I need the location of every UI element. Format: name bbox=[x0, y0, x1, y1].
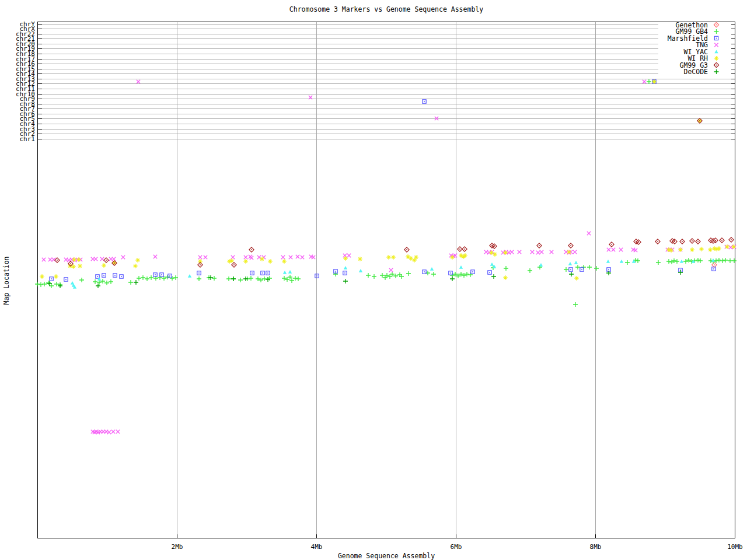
data-point bbox=[344, 266, 347, 270]
data-point bbox=[540, 250, 543, 254]
data-point bbox=[680, 239, 685, 244]
data-point bbox=[343, 271, 347, 275]
data-point bbox=[518, 250, 521, 254]
data-point bbox=[343, 254, 347, 257]
chart-title: Chromosome 3 Markers vs Genome Sequence … bbox=[37, 5, 735, 13]
data-point bbox=[42, 282, 47, 286]
data-point bbox=[135, 258, 140, 262]
data-point bbox=[389, 268, 393, 272]
data-point bbox=[490, 262, 494, 266]
data-point bbox=[104, 281, 109, 285]
data-point bbox=[249, 276, 253, 281]
data-point bbox=[458, 247, 462, 251]
data-point bbox=[109, 279, 113, 284]
data-point bbox=[48, 258, 52, 261]
data-point bbox=[696, 258, 700, 262]
data-point bbox=[96, 284, 100, 288]
data-point bbox=[46, 281, 51, 285]
data-point bbox=[488, 271, 491, 274]
data-point bbox=[728, 258, 732, 263]
data-point bbox=[686, 258, 691, 262]
data-point bbox=[50, 277, 53, 281]
data-point bbox=[149, 275, 153, 280]
data-point bbox=[386, 255, 391, 260]
data-point bbox=[569, 272, 574, 276]
data-point bbox=[404, 247, 409, 252]
data-point bbox=[243, 259, 248, 264]
data-point bbox=[301, 256, 304, 259]
data-point bbox=[503, 275, 508, 280]
data-point bbox=[594, 266, 599, 271]
data-point bbox=[620, 260, 623, 263]
data-point bbox=[569, 268, 573, 271]
data-point bbox=[244, 256, 247, 259]
data-point bbox=[100, 257, 104, 261]
data-point bbox=[465, 272, 469, 276]
data-point bbox=[712, 262, 717, 267]
data-point bbox=[296, 255, 299, 258]
data-point bbox=[283, 271, 287, 274]
data-point bbox=[462, 247, 467, 251]
data-point bbox=[160, 273, 163, 276]
data-point bbox=[634, 239, 638, 244]
data-point bbox=[64, 278, 68, 281]
data-point bbox=[250, 256, 253, 260]
chart-page: chrYchrXchr22chr21chr20chr19chr18chr17ch… bbox=[0, 0, 747, 560]
data-point bbox=[145, 276, 149, 281]
data-point bbox=[606, 260, 610, 263]
data-point bbox=[231, 276, 236, 281]
data-point bbox=[587, 232, 591, 235]
data-point bbox=[55, 258, 60, 262]
data-point bbox=[708, 238, 713, 243]
data-point bbox=[249, 247, 254, 252]
data-point bbox=[636, 240, 641, 244]
data-point bbox=[285, 277, 289, 282]
data-point bbox=[587, 265, 592, 270]
data-point bbox=[468, 272, 473, 277]
data-point bbox=[289, 256, 292, 259]
data-point bbox=[491, 274, 496, 279]
data-point bbox=[293, 276, 298, 281]
data-point bbox=[609, 242, 614, 247]
data-point bbox=[107, 430, 111, 434]
data-point bbox=[656, 260, 661, 265]
data-point bbox=[359, 269, 362, 272]
data-point bbox=[204, 256, 207, 259]
data-point bbox=[672, 239, 677, 244]
data-point bbox=[102, 274, 106, 277]
data-point bbox=[568, 262, 572, 265]
data-point bbox=[42, 258, 46, 261]
series-wi-rh bbox=[40, 79, 736, 281]
data-point bbox=[111, 430, 115, 433]
data-point bbox=[232, 262, 236, 267]
data-point bbox=[257, 256, 261, 259]
data-point bbox=[165, 275, 170, 279]
data-point bbox=[666, 259, 671, 264]
data-point bbox=[431, 272, 436, 276]
data-point bbox=[564, 267, 568, 272]
data-point bbox=[510, 250, 514, 254]
data-point bbox=[490, 243, 494, 248]
data-point bbox=[141, 275, 145, 280]
data-point bbox=[573, 302, 578, 307]
data-point bbox=[573, 250, 577, 254]
data-point bbox=[113, 274, 117, 277]
data-point bbox=[462, 273, 466, 278]
data-point bbox=[238, 278, 243, 282]
series-wi-yac bbox=[71, 258, 715, 289]
data-point bbox=[612, 248, 615, 251]
data-point bbox=[729, 246, 732, 249]
data-point bbox=[675, 259, 679, 264]
data-point bbox=[198, 259, 203, 264]
data-point bbox=[358, 257, 362, 261]
data-point bbox=[698, 258, 703, 263]
data-point bbox=[96, 275, 99, 278]
data-point bbox=[670, 239, 675, 243]
data-point bbox=[153, 255, 157, 258]
data-point bbox=[568, 243, 573, 248]
data-point bbox=[250, 271, 254, 275]
data-point bbox=[226, 276, 231, 281]
data-point bbox=[137, 276, 141, 281]
data-point bbox=[435, 117, 438, 120]
data-point bbox=[459, 265, 463, 269]
